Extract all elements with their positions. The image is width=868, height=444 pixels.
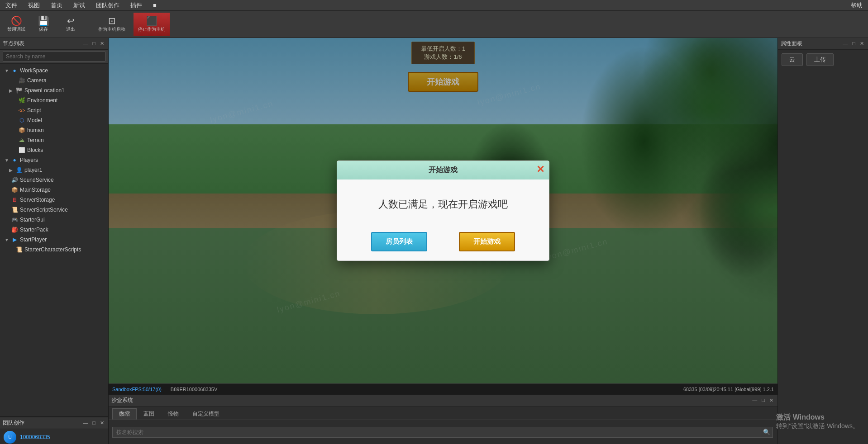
sandbox-collapse-btn[interactable]: —	[751, 397, 758, 403]
tree-arrow-workspace: ▼	[5, 68, 11, 73]
menu-plugin[interactable]: 插件	[128, 0, 145, 10]
dialog-room-list-btn[interactable]: 房员列表	[371, 232, 427, 251]
viewport[interactable]: lyon@mini1.cn lyon@mini1.cn lyon@mini1.c…	[109, 38, 777, 383]
tree-item-player1[interactable]: ▶ 👤 player1	[0, 165, 108, 175]
toolbar-exit[interactable]: ↩ 退出	[59, 13, 82, 36]
node-list-collapse-btn[interactable]: —	[81, 41, 89, 47]
start-host-label: 作为主机启动	[98, 26, 125, 33]
tree-item-blocks[interactable]: ⬜ Blocks	[0, 145, 108, 155]
tree-item-model[interactable]: ⬡ Model	[0, 115, 108, 125]
mainstorage-icon: 📦	[11, 186, 18, 194]
environment-icon: 🌿	[18, 97, 25, 104]
tree-item-camera[interactable]: 🎥 Camera	[0, 76, 108, 85]
right-panel-buttons: 云 上传	[778, 50, 868, 70]
status-fps: SandboxFPS:50/17(0)	[112, 387, 162, 392]
team-panel-actions: — □ ✕	[81, 420, 105, 426]
menu-square[interactable]: ■	[150, 1, 159, 9]
team-panel-expand-btn[interactable]: □	[91, 420, 97, 426]
dialog-close-btn[interactable]: ✕	[536, 165, 544, 175]
toolbar-stop-host[interactable]: ⬛ 停止作为主机	[134, 13, 170, 36]
startergui-label: StarterGui	[20, 217, 45, 223]
serverstorage-label: ServerStorage	[20, 197, 55, 203]
right-panel-collapse-btn[interactable]: —	[841, 41, 849, 47]
model-label: Model	[27, 117, 42, 123]
toolbar-divider	[88, 15, 88, 33]
status-id: B89ER1000068335V	[171, 387, 217, 392]
node-list-close-btn[interactable]: ✕	[99, 41, 105, 47]
status-right: 68335 [03/09]20:45.11 [Global[999] 1.2.1	[683, 387, 774, 392]
tree-item-startplayer[interactable]: ▼ ▶ StartPlayer	[0, 235, 108, 245]
tree-item-startergui[interactable]: 🎮 StarterGui	[0, 215, 108, 225]
tree-item-serverscriptservice[interactable]: 📜 ServerScriptService	[0, 205, 108, 215]
serverstorage-icon: 🖥	[11, 196, 18, 203]
tree-item-workspace[interactable]: ▼ ● WorkSpace	[0, 66, 108, 76]
right-panel-close-btn[interactable]: ✕	[858, 41, 865, 47]
blocks-icon: ⬜	[18, 146, 25, 154]
tree-item-environment[interactable]: 🌿 Environment	[0, 95, 108, 105]
team-panel-collapse-btn[interactable]: —	[81, 420, 89, 426]
save-icon: 💾	[38, 16, 49, 25]
search-input[interactable]	[3, 52, 105, 61]
dialog-message: 人数已满足，现在开启游戏吧	[378, 198, 508, 210]
sandbox-tab-miniature[interactable]: 微缩	[112, 408, 137, 420]
node-list-expand-btn[interactable]: □	[91, 41, 97, 47]
tree-arrow-startplayer: ▼	[5, 237, 11, 242]
right-panel-expand-btn[interactable]: □	[851, 41, 857, 47]
menu-file[interactable]: 文件	[3, 0, 20, 10]
viewport-status-bar: SandboxFPS:50/17(0) B89ER1000068335V 683…	[109, 383, 777, 394]
tree-arrow-spawn: ▶	[9, 88, 15, 93]
menu-home[interactable]: 首页	[48, 0, 65, 10]
sandbox-tab-monster[interactable]: 怪物	[161, 408, 186, 420]
toolbar-disable-debug[interactable]: 🚫 禁用调试	[5, 13, 28, 36]
sandbox-expand-btn[interactable]: □	[760, 397, 766, 403]
sandbox-tab-custom-model[interactable]: 自定义模型	[186, 408, 226, 420]
tree-item-human[interactable]: 📦 human	[0, 125, 108, 135]
team-panel: 团队创作 — □ ✕ U 1000068335	[0, 417, 108, 444]
toolbar: 🚫 禁用调试 💾 保存 ↩ 退出 ⊡ 作为主机启动 ⬛ 停止作为主机	[0, 11, 868, 38]
camera-label: Camera	[27, 77, 47, 84]
workspace-icon: ●	[11, 67, 18, 74]
save-label: 保存	[39, 26, 48, 33]
sandbox-tabs: 微缩 蓝图 怪物 自定义模型	[109, 406, 777, 420]
right-panel-header: 属性面板 — □ ✕	[778, 38, 868, 50]
sandbox-search-input[interactable]	[112, 427, 760, 438]
tree-item-players[interactable]: ▼ ● Players	[0, 155, 108, 165]
sandbox-search-icon[interactable]: 🔍	[760, 427, 773, 438]
menu-view[interactable]: 视图	[25, 0, 43, 10]
menu-test[interactable]: 新试	[71, 0, 88, 10]
startercharacterscripts-label: StarterCharacterScripts	[24, 246, 81, 253]
tree-item-startercharacterscripts[interactable]: 📜 StarterCharacterScripts	[0, 245, 108, 255]
disable-debug-label: 禁用调试	[7, 26, 25, 33]
script-label: Script	[27, 107, 41, 113]
tree-item-mainstorage[interactable]: 📦 MainStorage	[0, 185, 108, 195]
tree-item-terrain[interactable]: ⛰ Terrain	[0, 135, 108, 145]
toolbar-save[interactable]: 💾 保存	[32, 13, 55, 36]
tree-item-script[interactable]: </> Script	[0, 105, 108, 115]
sandbox-close-btn[interactable]: ✕	[768, 397, 775, 403]
center-panel: lyon@mini1.cn lyon@mini1.cn lyon@mini1.c…	[109, 38, 777, 444]
sandbox-tab-blueprint[interactable]: 蓝图	[137, 408, 161, 420]
exit-label: 退出	[66, 26, 75, 33]
team-avatar: U	[4, 431, 16, 444]
right-panel: 属性面板 — □ ✕ 云 上传	[777, 38, 868, 444]
sandbox-panel: 沙盒系统 — □ ✕ 微缩 蓝图 怪物 自定义模型 🔍	[109, 394, 777, 444]
right-panel-title: 属性面板	[781, 40, 802, 47]
tree-item-serverstorage[interactable]: 🖥 ServerStorage	[0, 195, 108, 205]
node-list-title: 节点列表	[3, 40, 24, 47]
menu-help[interactable]: 帮助	[848, 0, 865, 10]
tree-item-spawnlocation[interactable]: ▶ 🏁 SpawnLocation1	[0, 85, 108, 95]
dialog-start-game-btn[interactable]: 开始游戏	[459, 232, 515, 251]
tree-item-soundservice[interactable]: 🔊 SoundService	[0, 175, 108, 185]
terrain-icon: ⛰	[18, 137, 25, 144]
toolbar-start-host[interactable]: ⊡ 作为主机启动	[94, 13, 130, 36]
terrain-label: Terrain	[27, 137, 44, 143]
players-label: Players	[20, 157, 38, 163]
team-panel-close-btn[interactable]: ✕	[99, 420, 105, 426]
cloud-btn[interactable]: 云	[782, 53, 803, 66]
right-panel-actions: — □ ✕	[841, 41, 865, 47]
tree-item-starterpack[interactable]: 🎒 StarterPack	[0, 225, 108, 235]
menu-team-create[interactable]: 团队创作	[93, 0, 122, 10]
environment-label: Environment	[27, 97, 57, 104]
upload-btn[interactable]: 上传	[806, 53, 834, 66]
tree-container: ▼ ● WorkSpace 🎥 Camera ▶ 🏁 SpawnLocation…	[0, 64, 108, 416]
